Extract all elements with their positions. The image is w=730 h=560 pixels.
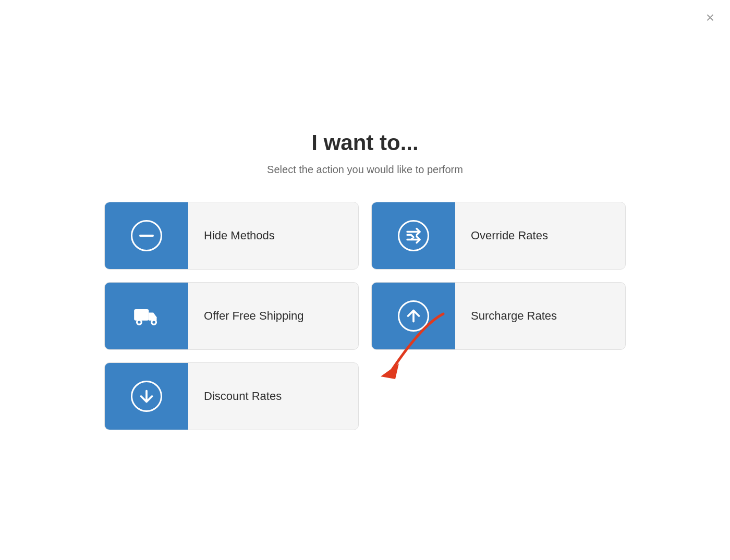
svg-marker-3 (381, 363, 399, 379)
arrow-up-icon (404, 307, 423, 325)
svg-point-1 (137, 320, 142, 324)
arrow-down-circle-icon (131, 381, 162, 412)
shuffle-icon (404, 226, 423, 245)
option-offer-free-shipping[interactable]: Offer Free Shipping (104, 282, 359, 350)
shuffle-circle-icon (398, 220, 429, 251)
modal-title: I want to... (311, 130, 418, 155)
override-rates-label: Override Rates (455, 229, 564, 242)
hide-methods-label: Hide Methods (188, 229, 290, 242)
override-rates-icon-box (372, 202, 455, 269)
discount-rates-label: Discount Rates (188, 389, 297, 403)
modal-content: I want to... Select the action you would… (104, 130, 626, 430)
option-hide-methods[interactable]: Hide Methods (104, 202, 359, 270)
minus-icon (139, 235, 154, 237)
minus-circle-icon (131, 220, 162, 251)
svg-rect-0 (134, 309, 149, 321)
surcharge-rates-label: Surcharge Rates (455, 309, 573, 323)
arrow-up-circle-icon (398, 300, 429, 332)
close-button[interactable]: × (706, 10, 714, 25)
surcharge-rates-icon-box (372, 283, 455, 349)
arrow-down-icon (137, 387, 156, 406)
option-discount-rates[interactable]: Discount Rates (104, 362, 359, 430)
discount-rates-icon-box (105, 363, 188, 430)
svg-point-2 (152, 320, 156, 324)
options-grid: Hide Methods Override Rates (104, 202, 626, 430)
option-surcharge-rates[interactable]: Surcharge Rates (371, 282, 626, 350)
offer-free-shipping-icon-box (105, 283, 188, 349)
modal-subtitle: Select the action you would like to perf… (267, 164, 463, 176)
hide-methods-icon-box (105, 202, 188, 269)
truck-icon (133, 302, 160, 330)
offer-free-shipping-label: Offer Free Shipping (188, 309, 320, 323)
option-override-rates[interactable]: Override Rates (371, 202, 626, 270)
